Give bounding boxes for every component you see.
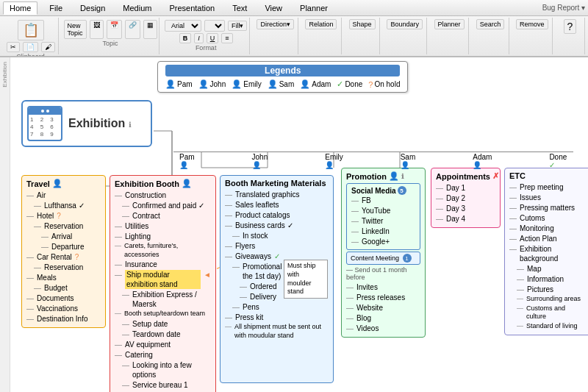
etc-living: Standard of living	[526, 322, 578, 331]
travel-lufthansa: Lufthansa ✓	[44, 201, 85, 210]
sam-icon: 👤	[268, 79, 278, 89]
remove-button[interactable]: Remove	[516, 19, 548, 29]
format-label: Format	[196, 44, 217, 51]
travel-hotel: Hotel	[37, 211, 54, 221]
fill-button[interactable]: Fill▾	[228, 21, 248, 31]
travel-items: —Air —Lufthansa ✓ —Hotel? —Reservation —…	[26, 190, 101, 324]
boundary-button[interactable]: Boundary	[387, 19, 423, 29]
exhibitionbooth-items: —Construction —Confirmed and paid ✓ —Con…	[115, 190, 211, 392]
shape-button[interactable]: Shape	[349, 19, 376, 29]
tab-home[interactable]: Home	[3, 1, 37, 15]
tab-medium[interactable]: Medium	[117, 2, 157, 14]
ribbon-group-remove: Remove	[512, 18, 553, 54]
travel-arrival: Arrival	[51, 232, 72, 241]
etc-monitoring: Monitoring	[520, 224, 554, 233]
emily-label: Emily	[243, 80, 261, 88]
etc-info: Information	[527, 274, 564, 284]
etc-pictures: Pictures	[527, 285, 553, 294]
carrental-icon: ?	[75, 252, 79, 262]
main-area: Exhibition Legends	[0, 57, 588, 392]
adam-label: Adam	[312, 80, 331, 88]
legend-emily: 👤 Emily	[232, 79, 261, 89]
legend-sam: 👤 Sam	[268, 79, 295, 89]
tab-file[interactable]: File	[43, 2, 68, 14]
must-ship-note: Must ship with moulder stand	[284, 260, 328, 299]
ribbon: 📋 ✂ 📄 🖌 Clipboard NewTopic 🖼 📅 🔗 ▦ Topic…	[0, 16, 588, 57]
image-button[interactable]: 🖼	[90, 20, 104, 39]
etc-surrounding: Surrounding areas	[526, 295, 581, 304]
promo-invites: Invites	[356, 282, 378, 292]
label-adam: Adam 👤	[473, 153, 492, 177]
etc-background: Exhibition background	[520, 244, 586, 263]
paste-button[interactable]: 📋	[18, 20, 44, 40]
copy-button[interactable]: 📄	[23, 42, 38, 52]
sam-label: Sam	[279, 80, 295, 88]
link-button[interactable]: 🔗	[125, 20, 140, 39]
table-button[interactable]: ▦	[143, 20, 157, 39]
travel-carrental: Car Rental	[37, 252, 72, 262]
eb-express: Exhibition Express / Maersk	[132, 290, 211, 309]
planner-button[interactable]: Planner	[434, 19, 465, 29]
legend-adam: 👤 Adam	[300, 79, 331, 89]
travel-reservation: Reservation	[44, 221, 83, 231]
font-select[interactable]: Arial	[165, 20, 201, 32]
exhibition-title: Exhibition	[68, 117, 125, 129]
ribbon-group-direction: Direction▾	[253, 18, 298, 54]
exhibition-booth-section: Exhibition Booth 👤 —Construction —Confir…	[110, 175, 216, 392]
promo-videos: Videos	[356, 324, 379, 333]
direction-button[interactable]: Direction▾	[257, 19, 294, 29]
travel-section: Travel 👤 —Air —Lufthansa ✓ —Hotel? —Rese…	[21, 175, 106, 328]
bold-button[interactable]: B	[179, 33, 192, 43]
tab-view[interactable]: View	[259, 2, 288, 14]
bm-pens: Pens	[243, 302, 259, 312]
legend-onhold: ? On hold	[368, 80, 400, 89]
help-button[interactable]: ?	[564, 19, 577, 34]
bm-allship: All shipment must be sent out with moudu…	[234, 323, 329, 340]
adam-icon: 👤	[300, 79, 310, 89]
content-meeting-box: Content Meeting 1	[346, 252, 420, 265]
schedule-button[interactable]: 📅	[107, 20, 122, 39]
legends-items: 👤 Pam 👤 John 👤 Emily 👤 Sam 👤 Adam	[165, 79, 400, 89]
relation-button[interactable]: Relation	[305, 19, 337, 29]
exhibitionbooth-header: Exhibition Booth 👤	[115, 179, 211, 188]
content-meeting-label: Content Meeting	[351, 254, 399, 262]
eb-service1: Service bureau 1	[132, 380, 188, 390]
pam-icon: 👤	[165, 79, 176, 89]
promotion-section: Promotion 👤 ℹ Social Media 5 —FB —YouTub…	[341, 168, 426, 338]
travel-meals: Meals	[37, 273, 57, 282]
john-label: John	[210, 80, 226, 88]
eb-carets: Carets, furniture's, accessories	[124, 242, 211, 259]
tab-planner[interactable]: Planner	[294, 2, 334, 14]
exhibition-info-icon: ℹ	[129, 121, 132, 129]
eb-ship-arrow: ◄	[204, 270, 211, 279]
eb-construction: Construction	[125, 190, 166, 200]
tab-text[interactable]: Text	[226, 2, 253, 14]
bm-instock: In stock	[243, 231, 268, 240]
canvas[interactable]: Legends 👤 Pam 👤 John 👤 Emily 👤 Sam	[10, 57, 588, 392]
tab-design[interactable]: Design	[74, 2, 111, 14]
fontsize-select[interactable]: 14	[204, 20, 225, 32]
format-button[interactable]: 🖌	[41, 42, 55, 52]
legends-box: Legends 👤 Pam 👤 John 👤 Emily 👤 Sam	[157, 61, 408, 93]
promo-website: Website	[356, 303, 383, 313]
exhibitionbooth-title: Exhibition Booth	[115, 179, 179, 188]
underline-button[interactable]: U	[207, 33, 219, 43]
exhibition-box[interactable]: 123 456 789 Exhibition ℹ	[21, 100, 152, 147]
promotion-items: Social Media 5 —FB —YouTube —Twitter —Li…	[346, 183, 420, 333]
bm-presskit: Press kit	[235, 313, 263, 322]
calendar-icon: 123 456 789	[27, 106, 62, 141]
promo-press: Press releases	[356, 293, 405, 302]
align-button[interactable]: ≡	[221, 33, 232, 43]
tab-presentation[interactable]: Presentation	[163, 2, 220, 14]
cut-button[interactable]: ✂	[7, 42, 20, 52]
travel-icon: 👤	[52, 179, 62, 188]
social-media-box: Social Media 5 —FB —YouTube —Twitter —Li…	[346, 183, 420, 250]
appointments-items: —Day 1 —Day 2 —Day 3 —Day 4	[436, 183, 495, 224]
hotel-icon: ?	[57, 211, 61, 221]
exhibitionbooth-icon: 👤	[182, 179, 192, 188]
new-topic-button[interactable]: NewTopic	[64, 20, 87, 39]
italic-button[interactable]: I	[194, 33, 204, 43]
bm-catalogs: Product catalogs	[235, 210, 290, 220]
search-button[interactable]: Search	[476, 19, 505, 29]
bm-bizcard: Business cards ✓	[235, 221, 293, 230]
